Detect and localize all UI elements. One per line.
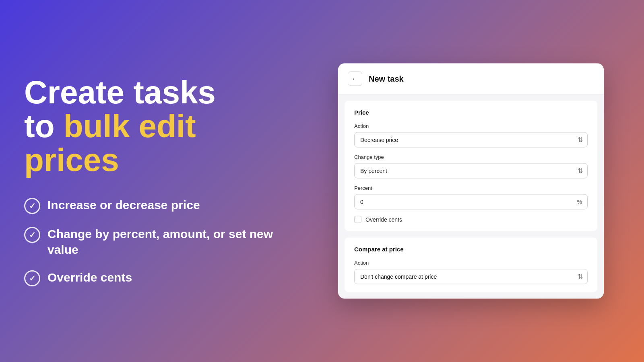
feature-text-1: Increase or decrease price [47, 197, 200, 213]
compare-action-label: Action [354, 260, 588, 266]
percent-label: Percent [354, 185, 588, 191]
check-icon-3 [24, 270, 40, 286]
percent-input-wrapper: % [354, 194, 588, 210]
compare-action-group: Action Don't change compare at price Dec… [354, 260, 588, 284]
back-icon: ← [351, 74, 359, 83]
change-type-label: Change type [354, 154, 588, 160]
task-card: ← New task Price Action Decrease price I… [338, 64, 604, 299]
price-action-select-wrapper: Decrease price Increase price Set new pr… [354, 132, 588, 148]
left-panel: Create tasks to bulk edit prices Increas… [24, 76, 274, 286]
back-button[interactable]: ← [348, 72, 362, 86]
price-action-select[interactable]: Decrease price Increase price Set new pr… [354, 132, 588, 148]
change-type-select[interactable]: By percent By amount Set new value [354, 163, 588, 179]
list-item: Change by percent, amount, or set new va… [24, 226, 274, 257]
compare-action-select[interactable]: Don't change compare at price Decrease p… [354, 269, 588, 284]
percent-symbol: % [577, 199, 582, 205]
hero-title-line2-plain: to [24, 108, 64, 144]
card-title: New task [369, 74, 404, 83]
price-action-label: Action [354, 123, 588, 129]
features-list: Increase or decrease price Change by per… [24, 197, 274, 286]
hero-title: Create tasks to bulk edit prices [24, 76, 274, 177]
compare-action-select-wrapper: Don't change compare at price Decrease p… [354, 269, 588, 284]
check-icon-2 [24, 227, 40, 243]
card-header: ← New task [338, 64, 604, 95]
override-cents-row: Override cents [354, 216, 588, 223]
percent-group: Percent % [354, 185, 588, 210]
list-item: Increase or decrease price [24, 197, 274, 214]
list-item: Override cents [24, 269, 274, 286]
compare-at-price-section: Compare at price Action Don't change com… [345, 238, 597, 292]
hero-title-highlight: bulk edit [64, 108, 196, 144]
price-section: Price Action Decrease price Increase pri… [345, 101, 597, 231]
percent-input[interactable] [354, 194, 588, 210]
change-type-select-wrapper: By percent By amount Set new value ⇅ [354, 163, 588, 179]
price-action-group: Action Decrease price Increase price Set… [354, 123, 588, 148]
compare-section-title: Compare at price [354, 246, 588, 253]
hero-title-line1: Create tasks [24, 74, 216, 110]
price-section-title: Price [354, 109, 588, 116]
right-panel: ← New task Price Action Decrease price I… [338, 64, 604, 299]
hero-title-line3: prices [24, 142, 119, 178]
feature-text-2: Change by percent, amount, or set new va… [47, 226, 274, 257]
check-icon-1 [24, 198, 40, 214]
feature-text-3: Override cents [47, 269, 132, 285]
change-type-group: Change type By percent By amount Set new… [354, 154, 588, 179]
override-cents-checkbox[interactable] [354, 216, 361, 223]
override-cents-label: Override cents [365, 216, 402, 223]
